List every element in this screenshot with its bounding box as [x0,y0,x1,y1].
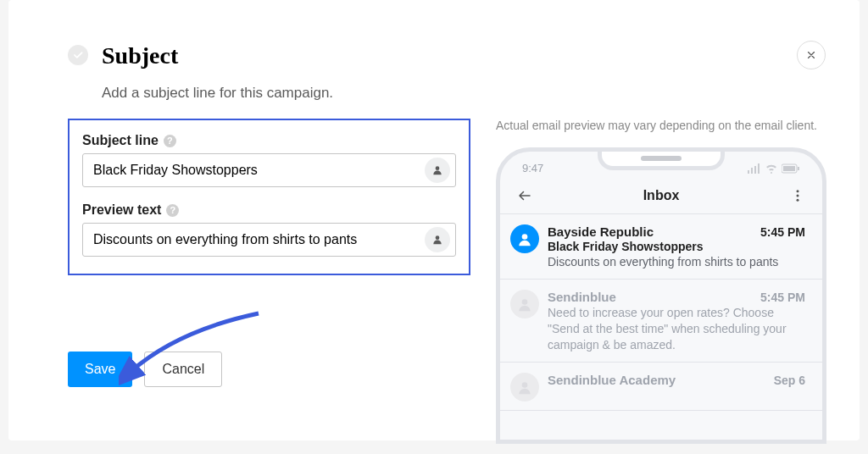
close-button[interactable] [797,41,826,69]
avatar [510,290,539,318]
preview-disclaimer: Actual email preview may vary depending … [496,119,826,132]
email-time: Sep 6 [774,374,805,387]
svg-point-15 [522,382,528,388]
svg-rect-3 [748,170,749,174]
cancel-button[interactable]: Cancel [144,352,222,387]
svg-rect-5 [754,166,756,174]
email-time: 5:45 PM [760,225,805,239]
preview-text-label: Preview text [82,202,161,218]
svg-point-11 [797,195,799,197]
svg-point-14 [522,299,528,305]
personalization-button[interactable] [425,158,450,183]
signal-icon [748,163,761,174]
email-preview: Need to increase your open rates? Choose… [548,305,805,353]
step-check-icon [68,45,88,65]
wifi-icon [765,163,778,174]
battery-icon [782,163,800,174]
status-icons [748,163,800,174]
svg-point-0 [436,166,440,170]
subject-line-label: Subject line [82,133,159,148]
page-subtitle: Add a subject line for this campaign. [102,85,826,102]
preview-text-input[interactable] [83,224,425,256]
avatar [510,373,539,401]
email-subject: Black Friday Showstoppers [548,240,805,253]
email-preview: Discounts on everything from shirts to p… [548,254,805,270]
svg-point-13 [522,234,528,240]
svg-rect-9 [798,167,799,170]
person-icon [431,164,443,176]
person-icon [431,234,443,246]
inbox-title: Inbox [532,188,790,203]
email-row: Sendinblue 5:45 PM Need to increase your… [500,280,822,363]
personalization-button[interactable] [425,227,450,252]
save-button[interactable]: Save [68,352,132,387]
help-icon[interactable]: ? [166,204,179,217]
more-icon [790,188,805,203]
phone-preview: 9:47 Inbox [496,147,826,444]
svg-rect-4 [751,168,753,174]
back-icon [517,188,532,203]
email-sender: Sendinblue [548,290,616,304]
svg-point-10 [797,190,799,192]
page-title: Subject [102,42,178,69]
email-row: Sendinblue Academy Sep 6 [500,363,822,411]
svg-point-1 [436,235,440,240]
close-icon [805,49,817,61]
svg-rect-6 [758,163,760,174]
email-time: 5:45 PM [760,291,805,304]
email-sender: Bayside Republic [548,224,654,239]
status-time: 9:47 [522,162,543,174]
subject-form-panel: Subject line ? Preview text ? [68,119,470,275]
svg-point-12 [797,199,799,202]
email-row: Bayside Republic 5:45 PM Black Friday Sh… [500,214,822,280]
subject-line-input[interactable] [83,154,425,186]
email-sender: Sendinblue Academy [548,373,676,387]
help-icon[interactable]: ? [164,135,176,147]
svg-rect-8 [783,166,795,171]
avatar [510,224,539,253]
